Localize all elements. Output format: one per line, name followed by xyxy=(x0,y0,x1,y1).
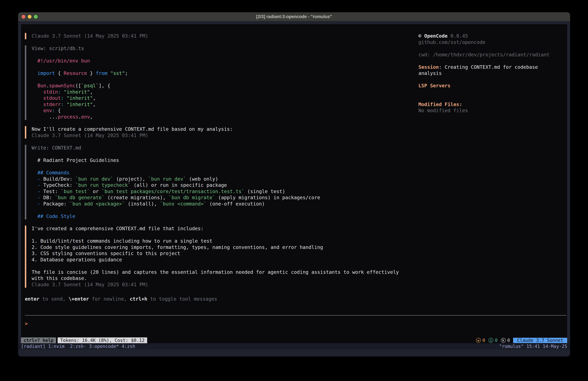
sidebar-line: Session: Creating CONTEXT.md for codebas… xyxy=(419,64,567,70)
chat-line: ## Code Style xyxy=(32,213,320,220)
hint-count-value: 0 xyxy=(507,338,510,343)
chat-line xyxy=(32,263,399,269)
diagnostics-counters: w0i0h0 xyxy=(476,338,510,343)
tmux-session-clock: "romulus" 15:41 14-May-25 xyxy=(499,344,567,349)
info-count-value: 0 xyxy=(495,338,498,343)
model-selector[interactable]: Claude 3.7 Sonnet xyxy=(513,338,567,343)
minimize-button[interactable] xyxy=(28,15,31,19)
sidebar-line: cwd: /home/thdxr/dev/projects/radiant/ra… xyxy=(419,52,567,58)
close-button[interactable] xyxy=(22,15,25,19)
sidebar-line xyxy=(419,45,567,52)
window-title: [2/3] radiant:3:opencode - "romulus" xyxy=(256,14,332,19)
assistant-header-block: Claude 3.7 Sonnet (14 May 2025 03:41 PM) xyxy=(25,33,148,39)
chat-line: stdin: "inherit", xyxy=(32,89,128,95)
statusbar-right: w0i0h0 Claude 3.7 Sonnet xyxy=(476,337,567,343)
chat-line xyxy=(32,232,399,238)
sidebar-line: analysis xyxy=(419,70,567,77)
hint-count-icon: h xyxy=(501,338,506,343)
chat-line: stdout: "inherit", xyxy=(32,95,128,101)
desktop: { "window": { "title": "[2/3] radiant:3:… xyxy=(0,0,588,381)
help-chip: ctrl+? help xyxy=(21,337,56,343)
warning-count-icon: w xyxy=(476,338,481,343)
chat-line: with this codebase. xyxy=(32,275,399,282)
chat-line: # Radiant Project Guidelines xyxy=(32,157,320,163)
chat-line: 4. Database operations guidance xyxy=(32,257,399,263)
statusbar-left: ctrl+? help Tokens: 16.4K (8%), Cost: $0… xyxy=(21,337,147,343)
chat-line: ## Commands xyxy=(32,170,320,176)
chat-line: Write: CONTEXT.md xyxy=(32,145,320,151)
chat-line: Now I'll create a comprehensive CONTEXT.… xyxy=(32,126,233,132)
window-titlebar[interactable]: [2/3] radiant:3:opencode - "romulus" xyxy=(18,12,570,21)
tool-view-block: View: script/db.ts #!/usr/bin/env bun im… xyxy=(25,45,128,120)
warning-count: w0 xyxy=(476,338,485,343)
assistant-message-block: Now I'll create a comprehensive CONTEXT.… xyxy=(25,126,233,138)
chat-line: 2. Code style guidelines covering import… xyxy=(32,244,399,250)
chat-line: 1. Build/lint/test commands including ho… xyxy=(32,238,399,244)
chat-line: View: script/db.ts xyxy=(32,45,128,52)
chat-line: Claude 3.7 Sonnet (14 May 2025 03:41 PM) xyxy=(32,282,399,288)
chat-line xyxy=(32,77,128,83)
chat-line: - Package: `bun add <package>` (install)… xyxy=(32,201,320,207)
input-divider xyxy=(25,315,567,316)
tmux-window-list[interactable]: [radiant] 1:nvim 2:zsh- 3:opencode* 4:zs… xyxy=(21,344,135,349)
sidebar-line: github.com/sst/opencode xyxy=(419,39,567,45)
chat-line: - Test: `bun test` or `bun test packages… xyxy=(32,188,320,195)
terminal-window: [2/3] radiant:3:opencode - "romulus" Cla… xyxy=(18,12,570,357)
chat-line: - Build/Dev: `bun run dev` (project), `b… xyxy=(32,176,320,182)
chat-line: I've created a comprehensive CONTEXT.md … xyxy=(32,225,399,232)
tmux-statusbar: [radiant] 1:nvim 2:zsh- 3:opencode* 4:zs… xyxy=(18,343,570,349)
tool-write-block: Write: CONTEXT.md # Radiant Project Guid… xyxy=(25,145,320,219)
sidebar-line xyxy=(419,95,567,101)
hint-count: h0 xyxy=(501,338,510,343)
chat-line xyxy=(32,64,128,70)
chat-line: stderr: "inherit", xyxy=(32,101,128,108)
assistant-summary-block: I've created a comprehensive CONTEXT.md … xyxy=(25,225,399,288)
chat-line: #!/usr/bin/env bun xyxy=(32,58,128,64)
chat-line: import { Resource } from "sst"; xyxy=(32,70,128,77)
sidebar-line: © OpenCode 0.0.45 xyxy=(419,33,567,39)
chat-line: 3. CSS styling conventions specific to t… xyxy=(32,250,399,257)
info-count-icon: i xyxy=(488,338,493,343)
keybind-hint-line: enter to send, \+enter for newline, ctrl… xyxy=(25,296,217,302)
tokens-chip: Tokens: 16.4K (8%), Cost: $0.12 xyxy=(58,337,147,343)
chat-line xyxy=(32,52,128,58)
keybind-hint: enter to send, \+enter for newline, ctrl… xyxy=(25,296,217,302)
sidebar-line: Modified Files: xyxy=(419,101,567,108)
chat-line: env: { xyxy=(32,108,128,114)
chat-line xyxy=(32,163,320,170)
traffic-lights xyxy=(22,12,38,21)
chat-line: - TypeCheck: `bun run typecheck` (all) o… xyxy=(32,182,320,188)
chat-line: Claude 3.7 Sonnet (14 May 2025 03:41 PM) xyxy=(32,132,233,139)
chat-line xyxy=(32,151,320,157)
sidebar-line xyxy=(419,89,567,95)
chat-line: Bun.spawnSync([`psql`], { xyxy=(32,83,128,89)
warning-count-value: 0 xyxy=(483,338,485,343)
chat-line: The file is concise (20 lines) and captu… xyxy=(32,269,399,275)
zoom-button[interactable] xyxy=(34,15,38,19)
prompt-caret: > xyxy=(25,321,28,327)
opencode-statusbar: ctrl+? help Tokens: 16.4K (8%), Cost: $0… xyxy=(21,337,567,343)
sidebar-line: No modified files xyxy=(419,108,567,114)
sidebar-line xyxy=(419,77,567,83)
chat-line: - DB: `bun db generate` (create migratio… xyxy=(32,195,320,201)
sidebar-line xyxy=(419,58,567,64)
session-sidebar: © OpenCode 0.0.45github.com/sst/opencode… xyxy=(419,33,567,114)
chat-line: ...process.env, xyxy=(32,114,128,120)
info-count: i0 xyxy=(488,338,498,343)
chat-line xyxy=(32,207,320,213)
sidebar-line: LSP Servers xyxy=(419,83,567,89)
chat-line: Claude 3.7 Sonnet (14 May 2025 03:41 PM) xyxy=(32,33,148,39)
